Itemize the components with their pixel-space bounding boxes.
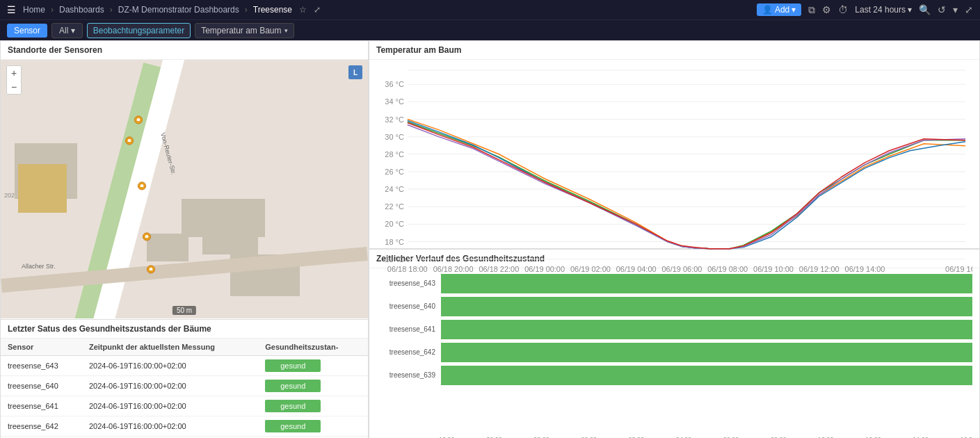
temp-chart-area: .grid-line { stroke: #eee; stroke-width:… (369, 60, 979, 280)
sensor-cell: treesense_643 (1, 355, 82, 375)
map-layer-button[interactable]: L (348, 65, 362, 79)
beob-dropdown[interactable]: Beobachtungsparameter (87, 23, 191, 38)
status-title: Letzter Satus des Gesundheitszustands de… (1, 320, 368, 339)
table-row: treesense_641 2024-06-19T16:00:00+02:00 … (1, 396, 368, 416)
chevron-down-icon: ▾ (71, 26, 75, 35)
health-bar-label: treesense_640 (376, 302, 435, 310)
add-button[interactable]: 👤 Add ▾ (757, 3, 801, 16)
zoom-out-icon[interactable]: 🔍 (919, 4, 931, 15)
status-table: Sensor Zeitpunkt der aktuellsten Messung… (1, 339, 368, 438)
svg-text:06/19 10:00: 06/19 10:00 (753, 265, 794, 273)
table-row: treesense_642 2024-06-19T16:00:00+02:00 … (1, 416, 368, 436)
left-column: Standorte der Sensoren (0, 40, 369, 438)
breadcrumb-active: Treesense (253, 5, 292, 15)
settings-icon[interactable]: ⚙ (822, 4, 831, 15)
svg-text:16 °C: 16 °C (385, 255, 404, 263)
svg-text:06/19 12:00: 06/19 12:00 (799, 265, 840, 273)
svg-text:22 °C: 22 °C (385, 202, 404, 211)
health-cell: gesund (258, 375, 368, 396)
table-row: treesense_640 2024-06-19T16:00:00+02:00 … (1, 375, 368, 396)
street-label-von-reuter: Von-Reuter-Str. (159, 132, 177, 176)
time-cell: 2024-06-19T16:00:00+02:00 (82, 396, 258, 416)
right-controls: 👤 Add ▾ ⧉ ⚙ ⏱ Last 24 hours ▾ 🔍 ↺ ▾ ⤢ (757, 3, 973, 16)
status-badge: gesund (265, 420, 321, 432)
health-cell: gesund (258, 355, 368, 375)
health-bar-label: treesense_643 (376, 279, 435, 287)
svg-text:06/19 14:00: 06/19 14:00 (845, 265, 885, 273)
svg-text:06/19 16:00: 06/19 16:00 (945, 265, 972, 273)
building-2 (18, 164, 67, 213)
temp-line-642 (408, 123, 965, 249)
breadcrumb-sep-2: › (110, 5, 113, 15)
temp-dropdown[interactable]: Temperatur am Baum ▾ (195, 23, 294, 38)
svg-text:06/19 06:00: 06/19 06:00 (662, 265, 702, 273)
map-scale: 50 m (172, 306, 196, 315)
map-container[interactable]: Von-Reuter-Str. Allacher Str. 202 (1, 60, 368, 318)
time-cell: 2024-06-19T16:00:00+02:00 (82, 375, 258, 396)
svg-text:26 °C: 26 °C (385, 168, 404, 176)
map-title: Standorte der Sensoren (1, 41, 368, 60)
sensor-pin-3[interactable] (136, 181, 147, 193)
svg-text:06/19 08:00: 06/19 08:00 (707, 265, 748, 273)
col-sensor-header: Sensor (1, 339, 82, 356)
status-panel: Letzter Satus des Gesundheitszustands de… (0, 320, 369, 438)
health-bar-label: treesense_641 (376, 325, 435, 333)
breadcrumb-home[interactable]: Home (23, 5, 45, 15)
col-time-header: Zeitpunkt der aktuellsten Messung (82, 339, 258, 356)
health-bar (441, 297, 972, 316)
svg-text:06/18 22:00: 06/18 22:00 (479, 265, 519, 273)
zoom-out-button[interactable]: − (7, 80, 21, 94)
chevron-down-icon: ▾ (792, 5, 796, 15)
sensor-pin-4[interactable] (141, 232, 152, 243)
all-dropdown[interactable]: All ▾ (51, 23, 83, 38)
svg-text:06/18 18:00: 06/18 18:00 (387, 265, 428, 273)
zoom-in-button[interactable]: + (7, 66, 21, 80)
health-chart-panel: Zeitlicher Verlauf des Gesundheitszustan… (369, 249, 980, 438)
address-label-202: 202 (4, 192, 15, 199)
expand-icon[interactable]: ⤢ (965, 4, 973, 15)
chevron-down-icon: ▾ (284, 27, 288, 34)
copy-icon[interactable]: ⧉ (808, 4, 815, 16)
health-bar-row: treesense_641 (376, 320, 972, 339)
share-icon[interactable]: ⤢ (314, 5, 321, 15)
sensor-pin-5[interactable] (145, 265, 156, 276)
breadcrumb-dzm[interactable]: DZ-M Demonstrator Dashboards (118, 5, 239, 15)
health-bar-row: treesense_640 (376, 297, 972, 316)
top-navigation: ☰ Home › Dashboards › DZ-M Demonstrator … (0, 0, 980, 19)
health-bar (441, 366, 972, 385)
svg-text:18 °C: 18 °C (385, 238, 404, 246)
svg-text:34 °C: 34 °C (385, 97, 404, 106)
health-bar-row: treesense_639 (376, 366, 972, 385)
table-row: treesense_643 2024-06-19T16:00:00+02:00 … (1, 355, 368, 375)
building-5 (147, 234, 188, 261)
time-cell: 2024-06-19T16:00:00+02:00 (82, 416, 258, 436)
clock-icon[interactable]: ⏱ (838, 4, 848, 15)
breadcrumb-dashboards[interactable]: Dashboards (59, 5, 104, 15)
health-bar (441, 343, 972, 362)
breadcrumb-sep-1: › (51, 5, 54, 15)
sensor-cell: treesense_641 (1, 396, 82, 416)
temp-line-640 (408, 122, 965, 249)
svg-text:06/19 00:00: 06/19 00:00 (524, 265, 565, 273)
sensor-cell: treesense_642 (1, 416, 82, 436)
temp-chart-panel: Temperatur am Baum .grid-line { stroke: … (369, 40, 980, 249)
chevron-down-icon[interactable]: ▾ (953, 4, 958, 15)
health-cell: gesund (258, 396, 368, 416)
svg-text:36 °C: 36 °C (385, 80, 404, 88)
time-range-selector[interactable]: Last 24 hours ▾ (855, 5, 912, 15)
status-badge: gesund (265, 380, 321, 392)
breadcrumb-sep-3: › (245, 5, 248, 15)
sensor-pin-1[interactable] (133, 115, 144, 127)
health-bar-row: treesense_642 (376, 343, 972, 362)
building-6 (182, 199, 265, 237)
sensor-pin-2[interactable] (124, 136, 135, 147)
temp-line-643 (408, 125, 965, 249)
svg-text:28 °C: 28 °C (385, 150, 404, 159)
health-bar-row: treesense_643 (376, 274, 972, 293)
menu-icon[interactable]: ☰ (7, 4, 16, 15)
svg-text:06/18 20:00: 06/18 20:00 (433, 265, 474, 273)
refresh-icon[interactable]: ↺ (938, 4, 946, 15)
star-icon[interactable]: ☆ (299, 5, 307, 15)
health-bar-label: treesense_642 (376, 348, 435, 356)
sensor-tab[interactable]: Sensor (7, 24, 47, 38)
